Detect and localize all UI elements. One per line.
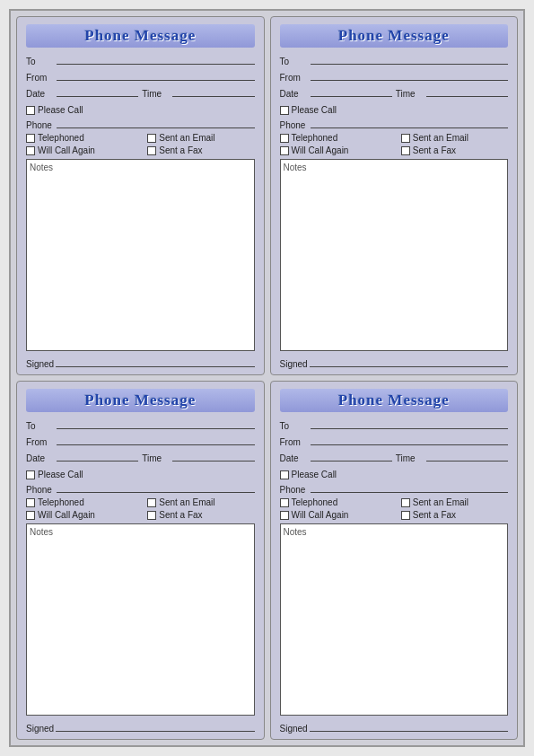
card-3-will-call-label: Will Call Again [38,510,95,520]
card-2-notes-label: Notes [284,163,307,172]
card-1-from-label: From [26,73,55,83]
card-1-sent-email-box[interactable] [147,134,156,143]
card-1-time-line[interactable] [172,86,254,97]
card-3-sent-email-box[interactable] [147,498,156,507]
card-1-signed-label: Signed [26,359,54,369]
card-1-telephoned-label: Telephoned [38,133,84,143]
card-1-sent-email[interactable]: Sent an Email [147,133,254,143]
card-4-phone-line[interactable] [311,482,509,493]
card-1-notes-label: Notes [30,163,53,172]
card-4-sent-fax-box[interactable] [401,511,410,520]
card-1-time-label: Time [142,89,171,99]
card-4-please-call-box[interactable] [280,470,289,479]
card-1-from-line[interactable] [57,70,255,81]
card-3-signed-line[interactable] [56,721,254,732]
card-2-sent-email-box[interactable] [401,134,410,143]
card-4-sent-fax-label: Sent a Fax [413,510,456,520]
card-4-row2: Telephoned Sent an Email [280,497,509,507]
card-3-please-call[interactable]: Please Call [26,470,255,479]
card-1-telephoned[interactable]: Telephoned [26,133,133,143]
card-3-telephoned-box[interactable] [26,498,35,507]
card-2-date-label: Date [280,89,309,99]
card-4-telephoned[interactable]: Telephoned [280,497,387,507]
card-2-time-line[interactable] [426,86,508,97]
card-1-please-call-box[interactable] [26,106,35,115]
card-3-sent-email[interactable]: Sent an Email [147,497,254,507]
card-4-to-line[interactable] [311,418,509,429]
card-4-sent-email[interactable]: Sent an Email [401,497,508,507]
card-4-sent-email-box[interactable] [401,498,410,507]
card-2-please-call-box[interactable] [280,106,289,115]
card-4-please-call[interactable]: Please Call [280,470,509,479]
card-3-sent-fax[interactable]: Sent a Fax [147,510,254,520]
card-2-time-label: Time [396,89,425,99]
card-1-signed-line[interactable] [56,356,254,367]
card-1-checkboxes: Please Call Phone Telephoned Sent an Ema… [26,105,255,155]
card-2-will-call-box[interactable] [280,146,289,155]
card-4-from-line[interactable] [311,435,509,445]
card-4-date-line[interactable] [311,451,392,462]
card-4-will-call[interactable]: Will Call Again [280,510,387,520]
card-1-to-line[interactable] [57,54,255,65]
card-2-telephoned[interactable]: Telephoned [280,133,387,143]
card-3-time-line[interactable] [172,451,254,462]
card-4-sent-email-label: Sent an Email [413,497,468,507]
card-4-from-row: From [280,435,509,447]
card-2-from-row: From [280,70,509,83]
card-3-date-label: Date [26,453,55,463]
card-2-signed-line[interactable] [310,356,508,367]
card-3-from-line[interactable] [57,435,255,445]
card-2-please-call[interactable]: Please Call [280,105,509,115]
card-1-sent-fax-box[interactable] [147,146,156,155]
card-3-datetime-row: Date Time [26,451,255,463]
card-1-sent-email-label: Sent an Email [159,133,214,143]
card-2-sent-fax-label: Sent a Fax [413,145,456,155]
card-4-telephoned-box[interactable] [280,498,289,507]
card-2-notes[interactable]: Notes [280,159,509,351]
card-2-sent-fax-box[interactable] [401,146,410,155]
card-4-title: Phone Message [280,389,509,412]
card-3-from-label: From [26,437,55,447]
card-4-to-label: To [280,421,309,431]
card-1-will-call-box[interactable] [26,146,35,155]
card-1-phone-line[interactable] [57,118,255,128]
card-2-sent-email[interactable]: Sent an Email [401,133,508,143]
card-2-sent-fax[interactable]: Sent a Fax [401,145,508,155]
card-3-please-call-box[interactable] [26,470,35,479]
card-4-will-call-box[interactable] [280,511,289,520]
card-1-telephoned-box[interactable] [26,134,35,143]
card-4-notes-label: Notes [284,527,307,537]
card-3-will-call[interactable]: Will Call Again [26,510,133,520]
card-1-sent-fax-label: Sent a Fax [159,145,202,155]
card-3-date-line[interactable] [57,451,138,462]
card-4-time-line[interactable] [426,451,508,462]
card-3-telephoned-label: Telephoned [38,497,84,507]
card-1-date-line[interactable] [57,86,138,97]
card-2-from-line[interactable] [311,70,509,81]
card-2-telephoned-box[interactable] [280,134,289,143]
card-4-sent-fax[interactable]: Sent a Fax [401,510,508,520]
card-1-sent-fax[interactable]: Sent a Fax [147,145,254,155]
card-2-will-call-label: Will Call Again [292,145,349,155]
card-4-will-call-label: Will Call Again [292,510,349,520]
card-2-phone-line[interactable] [311,118,509,128]
card-2-checkboxes: Please Call Phone Telephoned Sent an Ema… [280,105,509,155]
card-3-phone-line[interactable] [57,482,255,493]
card-2-to-line[interactable] [311,54,509,65]
card-4-notes[interactable]: Notes [280,523,509,716]
card-2-phone-row: Phone [280,118,509,130]
card-3-telephoned[interactable]: Telephoned [26,497,133,507]
card-3-sent-fax-box[interactable] [147,511,156,520]
card-3-will-call-box[interactable] [26,511,35,520]
card-2-date-line[interactable] [311,86,392,97]
card-4-please-call-label: Please Call [292,470,337,479]
card-3-to-line[interactable] [57,418,255,429]
card-3-notes-label: Notes [30,527,53,537]
card-3-notes[interactable]: Notes [26,523,255,716]
card-1-will-call[interactable]: Will Call Again [26,145,133,155]
card-1-please-call[interactable]: Please Call [26,105,255,115]
card-1-notes[interactable]: Notes [26,159,255,351]
card-4-signed-row: Signed [280,721,509,734]
card-4-signed-line[interactable] [310,721,508,732]
card-2-will-call[interactable]: Will Call Again [280,145,387,155]
